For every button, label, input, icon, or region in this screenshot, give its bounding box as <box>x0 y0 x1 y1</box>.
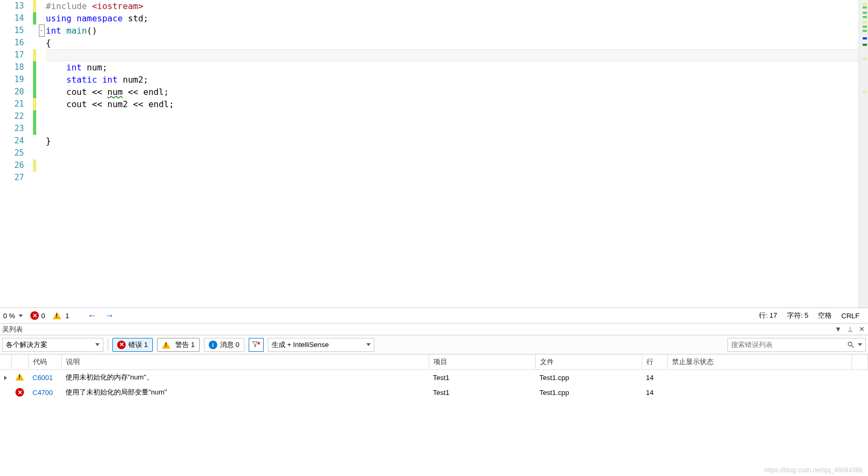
error-file: Test1.cpp <box>535 385 642 400</box>
line-number: 24 <box>0 135 31 147</box>
warning-icon <box>15 373 24 381</box>
code-line[interactable] <box>46 159 868 172</box>
error-list-toolbar: 各个解决方案 ✕ 错误 1 警告 1 i 消息 0 生成 + IntelliSe… <box>0 335 868 354</box>
pin-icon[interactable]: ⊥ <box>846 325 854 334</box>
panel-dropdown-icon[interactable]: ▼ <box>834 325 842 334</box>
code-line[interactable]: cout << num2 << endl; <box>46 98 868 110</box>
panel-title: 吴列表 <box>2 325 23 334</box>
error-row[interactable]: C6001使用未初始化的内存"num"。Test1Test1.cpp14 <box>0 370 868 385</box>
line-number: 22 <box>0 110 31 123</box>
error-icon: ✕ <box>15 388 24 397</box>
line-number: 17 <box>0 49 31 61</box>
warning-count[interactable]: 1 <box>53 312 69 320</box>
code-line[interactable]: int main() <box>46 25 868 37</box>
error-icon: ✕ <box>117 341 126 349</box>
search-error-list[interactable] <box>727 338 866 352</box>
code-line[interactable] <box>46 172 868 184</box>
line-number: 26 <box>0 159 31 172</box>
change-bar <box>32 0 37 308</box>
build-source-dropdown[interactable]: 生成 + IntelliSense <box>268 338 374 352</box>
col-suppress[interactable]: 禁止显示状态 <box>667 354 852 370</box>
clear-filter-button[interactable] <box>249 338 264 352</box>
line-number: 18 <box>0 61 31 74</box>
line-number: 25 <box>0 147 31 159</box>
code-line[interactable]: cout << num << endl; <box>46 86 868 98</box>
table-header-row: 代码 说明 项目 文件 行 禁止显示状态 <box>0 354 868 370</box>
line-number: 19 <box>0 74 31 86</box>
code-line[interactable]: #include <iostream> <box>46 0 868 12</box>
nav-back-icon[interactable]: ← <box>87 310 97 321</box>
expand-icon[interactable] <box>4 376 7 380</box>
error-list-panel-header: 吴列表 ▼ ⊥ ✕ <box>0 324 868 335</box>
eol-mode[interactable]: CRLF <box>841 312 859 320</box>
error-code[interactable]: C4700 <box>32 389 53 397</box>
col-code[interactable]: 代码 <box>28 354 61 370</box>
nav-forward-icon[interactable]: → <box>104 310 114 321</box>
line-number: 13 <box>0 0 31 12</box>
close-icon[interactable]: ✕ <box>857 325 866 334</box>
search-icon <box>847 341 855 349</box>
error-project: Test1 <box>429 385 535 400</box>
scope-dropdown[interactable]: 各个解决方案 <box>2 338 103 352</box>
code-line[interactable]: static int num2; <box>46 74 868 86</box>
error-line: 14 <box>642 385 667 400</box>
line-number: 15 <box>0 25 31 37</box>
search-input[interactable] <box>731 341 847 349</box>
code-line[interactable] <box>46 110 868 123</box>
code-line[interactable]: int num; <box>46 61 868 74</box>
error-description: 使用未初始化的内存"num"。 <box>61 370 429 385</box>
error-icon: ✕ <box>30 311 39 320</box>
line-number: 27 <box>0 172 31 184</box>
warning-icon <box>162 341 170 349</box>
zoom-level[interactable]: 0 % <box>3 312 23 320</box>
indent-mode[interactable]: 空格 <box>818 311 832 320</box>
error-file: Test1.cpp <box>535 370 642 385</box>
code-line[interactable]: } <box>46 135 868 147</box>
col-project[interactable]: 项目 <box>429 354 535 370</box>
code-line[interactable]: { <box>46 37 868 49</box>
error-project: Test1 <box>429 370 535 385</box>
code-line[interactable] <box>46 123 868 135</box>
vertical-scrollbar[interactable] <box>858 0 868 308</box>
col-file[interactable]: 文件 <box>535 354 642 370</box>
cursor-column: 字符: 5 <box>787 311 808 320</box>
info-icon: i <box>209 341 217 349</box>
collapse-toggle[interactable]: − <box>39 25 45 37</box>
code-line[interactable] <box>46 49 868 61</box>
line-number: 16 <box>0 37 31 49</box>
warning-icon <box>53 312 61 319</box>
error-list-table: 代码 说明 项目 文件 行 禁止显示状态 C6001使用未初始化的内存"num"… <box>0 354 868 400</box>
error-description: 使用了未初始化的局部变量"num" <box>61 385 429 400</box>
line-number: 14 <box>0 12 31 25</box>
error-row[interactable]: ✕C4700使用了未初始化的局部变量"num"Test1Test1.cpp14 <box>0 385 868 400</box>
editor-status-bar: 0 % ✕0 1 ← → 行: 17 字符: 5 空格 CRLF <box>0 308 868 324</box>
error-count[interactable]: ✕0 <box>30 311 45 320</box>
errors-filter-button[interactable]: ✕ 错误 1 <box>112 338 153 352</box>
code-content[interactable]: #include <iostream>using namespace std;i… <box>46 0 868 308</box>
panel-grip[interactable] <box>26 327 831 332</box>
col-line[interactable]: 行 <box>642 354 667 370</box>
cursor-line: 行: 17 <box>759 311 777 320</box>
line-number: 21 <box>0 98 31 110</box>
line-number-gutter: 131415161718192021222324252627 <box>0 0 32 308</box>
code-line[interactable]: using namespace std; <box>46 12 868 25</box>
line-number: 20 <box>0 86 31 98</box>
code-line[interactable] <box>46 147 868 159</box>
error-line: 14 <box>642 370 667 385</box>
messages-filter-button[interactable]: i 消息 0 <box>204 338 244 352</box>
outline-gutter: − <box>37 0 46 308</box>
svg-point-0 <box>848 342 852 345</box>
line-number: 23 <box>0 123 31 135</box>
code-editor[interactable]: 131415161718192021222324252627 − #includ… <box>0 0 868 308</box>
divider <box>108 339 108 351</box>
col-description[interactable]: 说明 <box>61 354 429 370</box>
warnings-filter-button[interactable]: 警告 1 <box>157 338 200 352</box>
error-code[interactable]: C6001 <box>32 374 53 382</box>
